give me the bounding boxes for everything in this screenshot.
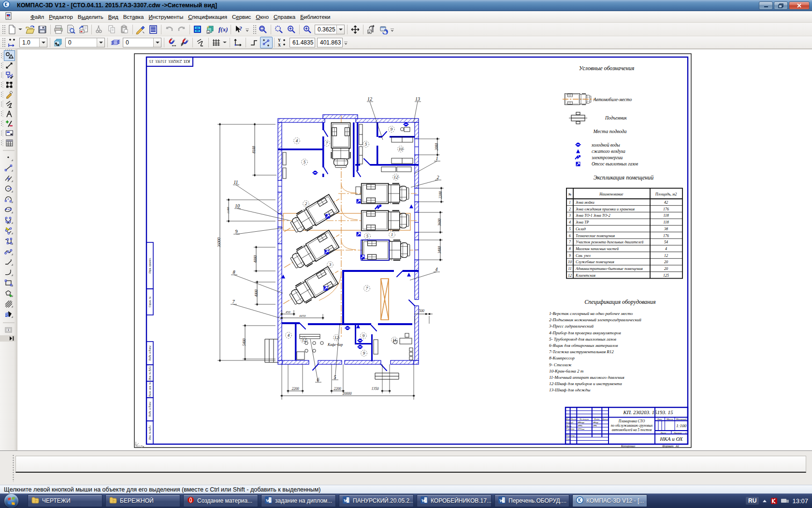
- rectangle-tool-icon[interactable]: [5, 280, 14, 287]
- polyline-tool-icon[interactable]: [5, 238, 13, 245]
- dimensions-panel-icon[interactable]: [1, 62, 12, 69]
- menu-спецификация[interactable]: Спецификация: [186, 12, 230, 22]
- task-button-2[interactable]: БЕРЕЖНОЙ: [105, 494, 180, 507]
- pan-icon[interactable]: [349, 24, 362, 35]
- open-icon[interactable]: [24, 24, 36, 35]
- task-button-3[interactable]: Создание материа...: [183, 494, 258, 507]
- redo-icon[interactable]: [175, 24, 188, 35]
- axes-icon[interactable]: [232, 37, 244, 48]
- geometry-panel-icon[interactable]: [1, 51, 15, 61]
- print-preview-icon[interactable]: [65, 24, 77, 35]
- menu-сервис[interactable]: Сервис: [230, 12, 253, 22]
- coord-y-field[interactable]: 401.863: [317, 38, 343, 47]
- properties-icon[interactable]: [147, 24, 160, 35]
- measure-panel-icon[interactable]: [1, 101, 12, 107]
- menu-окно[interactable]: Окно: [253, 12, 271, 22]
- step-value-field[interactable]: 1.0: [19, 38, 47, 47]
- sheets-icon[interactable]: [109, 37, 122, 48]
- task-button-7[interactable]: WПеречень.ОБОРУД....: [494, 494, 569, 507]
- parallel-tool-icon[interactable]: [5, 176, 13, 182]
- rotate-icon[interactable]: [365, 24, 377, 35]
- menu-редактор[interactable]: Редактор: [46, 12, 75, 22]
- cut-icon[interactable]: [93, 24, 106, 35]
- polygon-tool-icon[interactable]: [6, 291, 13, 297]
- ortho-icon[interactable]: [247, 37, 260, 48]
- copy-icon[interactable]: [106, 24, 118, 35]
- toolbar-overflow-icon[interactable]: [390, 25, 395, 34]
- insert-fragment-icon[interactable]: ?: [204, 24, 217, 35]
- start-button[interactable]: [4, 494, 18, 508]
- designations-panel-icon[interactable]: [1, 72, 13, 78]
- insert-view-icon[interactable]: [5, 328, 12, 332]
- refresh-icon[interactable]: [377, 24, 390, 35]
- close-button[interactable]: [789, 1, 810, 10]
- toolbar-overflow-icon[interactable]: [245, 25, 250, 34]
- language-indicator[interactable]: RU: [746, 497, 759, 505]
- coords-icon[interactable]: YX: [276, 37, 289, 48]
- combo-dropdown-button[interactable]: [39, 38, 47, 47]
- spec-panel-icon[interactable]: [1, 130, 13, 136]
- task-button-1[interactable]: ЧЕРТЕЖИ: [28, 494, 102, 507]
- snaps-off-icon[interactable]: [178, 37, 191, 48]
- task-button-4[interactable]: Wзадание на диплом...: [261, 494, 336, 507]
- ellipse-tool-icon[interactable]: [5, 207, 13, 213]
- variables-icon[interactable]: f(x): [217, 24, 229, 35]
- menu-файл[interactable]: Файл: [28, 12, 46, 22]
- restore-button[interactable]: [774, 1, 788, 10]
- property-panel[interactable]: [15, 456, 806, 473]
- library-manager-icon[interactable]: [191, 24, 204, 35]
- segment-tool-icon[interactable]: [5, 165, 14, 172]
- menu-вставка[interactable]: Вставка: [121, 12, 146, 22]
- point-tool-icon[interactable]: [7, 156, 13, 161]
- hatch-tool-icon[interactable]: [5, 311, 13, 318]
- context-help-icon[interactable]: ?: [232, 24, 245, 35]
- task-button-5[interactable]: WПАНУРСКИЙ.20.05.2...: [339, 494, 414, 507]
- task-button-6[interactable]: WКОРОБЕЙНИКОВ.17...: [417, 494, 492, 507]
- menu-инструменты[interactable]: Инструменты: [146, 12, 186, 22]
- zoom-area-icon[interactable]: [257, 24, 269, 35]
- spline-tool-icon[interactable]: [5, 217, 13, 224]
- coord-x-field[interactable]: 61.4835: [290, 38, 315, 47]
- circle-tool-icon[interactable]: [6, 186, 14, 193]
- copy-properties-icon[interactable]: [134, 24, 147, 35]
- selection-panel-icon[interactable]: [1, 120, 13, 127]
- parameterization-panel-icon[interactable]: [1, 91, 13, 99]
- paste-icon[interactable]: [118, 24, 131, 35]
- task-button-8[interactable]: КОМПАС-3D V12 - [...: [572, 494, 647, 507]
- menu-вид[interactable]: Вид: [106, 12, 121, 22]
- measure2-panel-icon[interactable]: [1, 110, 12, 117]
- zoom-auto-icon[interactable]: [273, 24, 285, 35]
- save-icon[interactable]: [36, 24, 49, 35]
- dropdown-arrow-icon[interactable]: [223, 37, 228, 48]
- layers-icon[interactable]: [52, 37, 64, 48]
- toolbar-grip[interactable]: [253, 25, 257, 34]
- menu-библиотеки[interactable]: Библиотеки: [298, 12, 333, 22]
- tray-device-icon[interactable]: [781, 498, 789, 504]
- combo-dropdown-button[interactable]: [97, 38, 104, 47]
- undo-icon[interactable]: [163, 24, 175, 35]
- taskbar-clock[interactable]: 13:07: [792, 497, 808, 505]
- menu-выделить[interactable]: Выделить: [75, 12, 106, 22]
- tray-expand-icon[interactable]: [762, 499, 767, 503]
- angle-icon[interactable]: [194, 37, 207, 48]
- chamfer-tool-icon[interactable]: [5, 259, 13, 266]
- toolbar-overflow-icon[interactable]: [344, 38, 348, 47]
- zoom-value-field[interactable]: 0.3625: [315, 25, 345, 34]
- equidistant-tool-icon[interactable]: [5, 227, 13, 234]
- send-icon[interactable]: [77, 24, 90, 35]
- combo-dropdown-button[interactable]: [153, 38, 161, 47]
- minimize-button[interactable]: [759, 1, 773, 10]
- snap-step-icon[interactable]: [6, 37, 18, 48]
- panel-scroller[interactable]: [0, 335, 16, 342]
- zoom-inout-icon[interactable]: [285, 24, 298, 35]
- toolbar-grip[interactable]: [2, 25, 6, 34]
- roundoff-icon[interactable]: [260, 37, 273, 48]
- kaspersky-tray-icon[interactable]: [770, 497, 778, 505]
- dropdown-arrow-icon[interactable]: [18, 24, 24, 35]
- menu-справка[interactable]: Справка: [271, 12, 298, 22]
- snaps-icon[interactable]: [166, 37, 178, 48]
- zoom-plus-icon[interactable]: [301, 24, 314, 35]
- arc-tool-icon[interactable]: [5, 197, 14, 203]
- editing-panel-icon[interactable]: [1, 81, 13, 88]
- layer-value-field[interactable]: 0: [65, 38, 105, 47]
